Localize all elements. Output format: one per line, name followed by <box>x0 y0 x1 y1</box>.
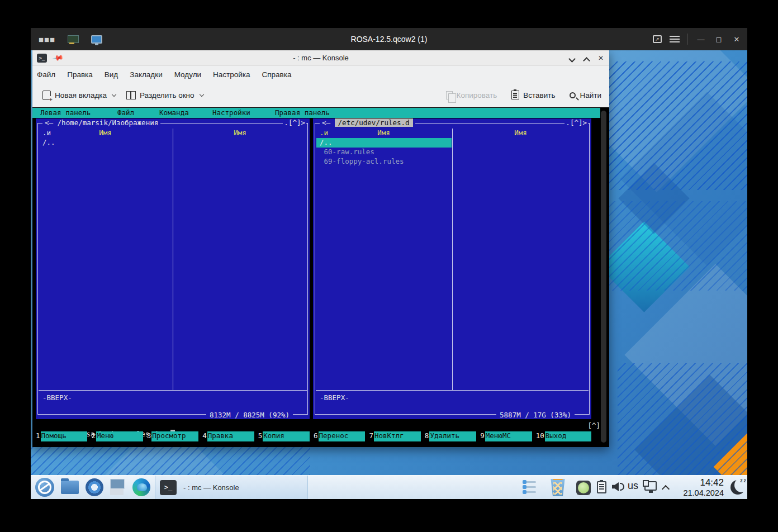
mc-left-ministatus: -ВВЕРХ- <box>42 393 72 402</box>
mc-file-row[interactable]: 60-raw.rules <box>316 148 374 157</box>
fnkey-quit[interactable]: 10Выход <box>536 431 591 441</box>
tray-expand-chevron-icon[interactable] <box>662 484 669 491</box>
mc-right-frame: <— /etc/udev/rules.d .[^]> .и Имя Имя /.… <box>315 123 590 415</box>
vm-menu-dots-icon[interactable]: ■■■ <box>39 35 55 44</box>
column-name[interactable]: Имя <box>173 129 307 137</box>
hamburger-menu-icon[interactable] <box>670 36 680 42</box>
audio-mixer-icon[interactable] <box>523 481 537 495</box>
desktop-pager-icon[interactable] <box>110 479 126 496</box>
split-view-chevron-icon[interactable] <box>200 93 204 97</box>
mc-left-frame: <— /home/marsik/Изображения .[^]> .и Имя… <box>37 123 308 415</box>
konsole-close-button[interactable]: ✕ <box>598 55 604 61</box>
copy-button[interactable]: Копировать <box>446 91 497 99</box>
column-name[interactable]: Имя <box>452 129 589 137</box>
fnkey-view[interactable]: 3Просмотр <box>147 431 202 441</box>
column-name[interactable]: Имя <box>315 129 452 137</box>
titlebar-separator <box>687 34 688 45</box>
mc-menu-options[interactable]: Настройки <box>212 108 250 117</box>
mc-left-column-divider <box>173 129 173 390</box>
pci-device-icon[interactable] <box>68 35 79 43</box>
taskbar-item-konsole[interactable]: >_ - : mc — Konsole <box>155 476 308 499</box>
mc-menu-right-panel[interactable]: Правая панель <box>275 108 330 117</box>
mc-command-line[interactable]: rosa-kx9hqt rules.d # [^] <box>36 421 600 431</box>
scrollbar-thumb[interactable] <box>601 111 606 443</box>
fnkey-pulldn[interactable]: 9МенюМС <box>480 431 535 441</box>
mc-function-key-bar: 1Помощь 2Меню 3Просмотр 4Правка 5Копия 6… <box>36 431 591 441</box>
terminal-area[interactable]: Левая панель Файл Команда Настройки Прав… <box>32 107 609 447</box>
clock-time: 14:42 <box>675 477 724 488</box>
fullscreen-icon[interactable]: ↗ <box>653 35 662 43</box>
vm-close-button[interactable]: ✕ <box>732 35 742 44</box>
history-indicator[interactable]: [^] <box>587 421 600 430</box>
split-view-button[interactable]: Разделить окно <box>126 91 204 99</box>
konsole-menubar: Файл Правка Вид Закладки Модули Настройк… <box>32 66 609 83</box>
fnkey-help[interactable]: 1Помощь <box>36 431 91 441</box>
split-view-icon <box>126 91 136 99</box>
vm-maximize-button[interactable]: ◻ <box>714 35 724 44</box>
mc-left-ministatus-separator <box>39 390 307 391</box>
konsole-titlebar: >_ 📌 - : mc — Konsole ✕ <box>32 50 609 66</box>
menu-edit[interactable]: Правка <box>67 70 93 79</box>
mc-right-corner[interactable]: .[^]> <box>564 118 588 127</box>
trash-icon[interactable] <box>549 479 566 496</box>
mc-right-path[interactable]: <— /etc/udev/rules.d <box>320 118 415 127</box>
mc-right-ministatus: -ВВЕРХ- <box>320 393 349 402</box>
paste-label: Вставить <box>523 91 555 99</box>
taskbar-item-label: - : mc — Konsole <box>183 483 239 492</box>
volume-icon[interactable] <box>612 482 619 491</box>
mc-right-column-divider <box>452 129 453 390</box>
fnkey-move[interactable]: 6Перенос <box>314 431 369 441</box>
edge-browser-icon[interactable] <box>132 478 150 496</box>
mc-left-size-info: 8132M / 8825M (92%) <box>206 411 293 419</box>
display-icon[interactable] <box>91 35 102 44</box>
menu-bookmarks[interactable]: Закладки <box>130 70 162 79</box>
fnkey-mkdir[interactable]: 7НовКтлг <box>369 431 424 441</box>
fnkey-copy[interactable]: 5Копия <box>258 431 314 441</box>
paste-button[interactable]: Вставить <box>511 91 555 99</box>
menu-file[interactable]: Файл <box>37 70 55 79</box>
konsole-minimize-button[interactable] <box>569 55 575 61</box>
menu-settings[interactable]: Настройка <box>213 70 250 79</box>
menu-plugins[interactable]: Модули <box>174 70 201 79</box>
konsole-maximize-button[interactable] <box>584 55 589 61</box>
night-mode-icon[interactable] <box>730 480 745 495</box>
find-label: Найти <box>580 91 601 99</box>
copy-label: Копировать <box>457 91 497 99</box>
chromium-icon[interactable] <box>86 478 103 496</box>
mc-menu-command[interactable]: Команда <box>159 108 189 117</box>
mc-left-row-updir[interactable]: /.. <box>39 138 55 148</box>
new-tab-button[interactable]: Новая вкладка <box>42 91 116 100</box>
mc-active-path: /etc/udev/rules.d <box>335 118 413 127</box>
menu-help[interactable]: Справка <box>262 70 292 79</box>
konsole-window: >_ 📌 - : mc — Konsole ✕ Файл Правка Вид … <box>32 50 609 447</box>
new-tab-chevron-icon[interactable] <box>112 93 116 97</box>
file-manager-icon[interactable] <box>61 481 79 494</box>
mc-menu-left-panel[interactable]: Левая панель <box>40 108 91 117</box>
find-button[interactable]: Найти <box>570 91 601 99</box>
clipboard-icon[interactable] <box>597 481 606 493</box>
mc-right-size-info: 5887M / 17G (33%) <box>496 411 575 419</box>
new-tab-icon <box>42 91 51 100</box>
mc-left-path[interactable]: <— /home/marsik/Изображения <box>42 118 160 127</box>
fnkey-edit[interactable]: 4Правка <box>202 431 258 441</box>
vm-title: ROSA-12.5.qcow2 (1) <box>31 35 747 44</box>
mc-left-corner[interactable]: .[^]> <box>283 118 306 127</box>
app-launcher-icon[interactable] <box>35 478 54 497</box>
terminal-scrollbar[interactable] <box>601 111 606 443</box>
status-light-icon[interactable] <box>576 481 591 495</box>
new-tab-label: Новая вкладка <box>55 91 107 99</box>
mc-selected-row[interactable]: /.. <box>316 138 452 148</box>
mc-right-panel[interactable]: <— /etc/udev/rules.d .[^]> .и Имя Имя /.… <box>313 118 591 419</box>
konsole-icon: >_ <box>37 54 47 63</box>
fnkey-delete[interactable]: 8Удалить <box>425 431 480 441</box>
vm-minimize-button[interactable]: — <box>696 35 706 44</box>
keyboard-layout-indicator[interactable]: us <box>628 480 638 492</box>
remote-display-icon[interactable] <box>644 481 657 491</box>
clock[interactable]: 14:42 21.04.2024 <box>675 477 724 497</box>
menu-view[interactable]: Вид <box>105 70 118 79</box>
mc-file-row[interactable]: 69-floppy-acl.rules <box>316 157 404 167</box>
column-name[interactable]: Имя <box>38 129 173 137</box>
fnkey-menu[interactable]: 2Меню <box>91 431 146 441</box>
mc-left-panel[interactable]: <— /home/marsik/Изображения .[^]> .и Имя… <box>36 118 310 419</box>
mc-menu-file[interactable]: Файл <box>117 108 134 117</box>
